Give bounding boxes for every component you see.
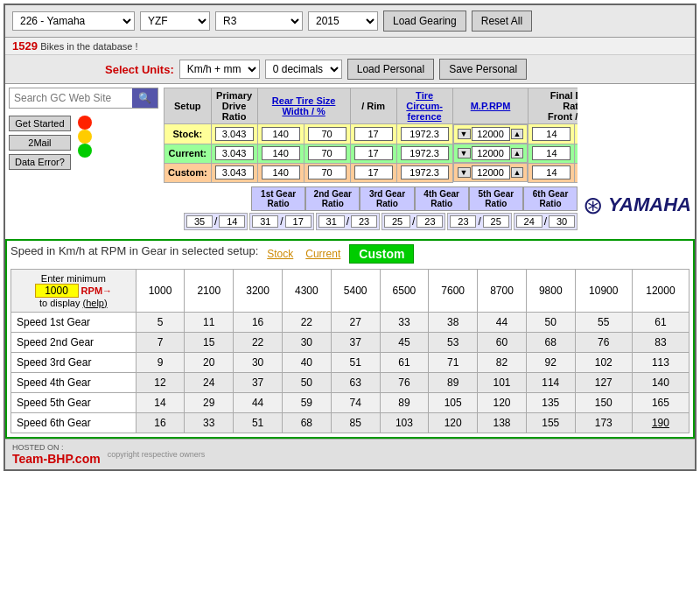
speed-row: Speed 5th Gear14294459748910512013515016… xyxy=(11,392,690,412)
help-link[interactable]: (help) xyxy=(83,298,108,308)
custom-front-input[interactable] xyxy=(532,165,570,179)
footer: HOSTED ON : Team-BHP.com copyright respe… xyxy=(5,439,695,469)
speed-cell: 83 xyxy=(632,332,689,352)
gear-5-den-input[interactable] xyxy=(483,215,509,228)
load-gearing-button[interactable]: Load Gearing xyxy=(383,11,466,32)
speed-cell: 45 xyxy=(380,332,429,352)
speed-section: Speed in Km/h at RPM in Gear in selected… xyxy=(5,239,695,439)
reset-all-button[interactable]: Reset All xyxy=(472,11,532,32)
stock-tire-width-input[interactable] xyxy=(262,127,300,141)
gear-4-num-input[interactable] xyxy=(384,215,410,228)
custom-tire-pct-input[interactable] xyxy=(308,165,346,179)
stock-mprpm-up[interactable]: ▲ xyxy=(511,129,524,140)
traffic-light-red xyxy=(78,116,92,130)
current-primary-input[interactable] xyxy=(215,146,254,160)
speed-cell: 76 xyxy=(380,372,429,392)
speed-cell: 16 xyxy=(136,412,185,433)
speed-row: Speed 2nd Gear715223037455360687683 xyxy=(11,332,690,352)
speed-cell: 150 xyxy=(575,392,632,412)
current-mprpm-up[interactable]: ▲ xyxy=(511,148,524,159)
year-select[interactable]: 2015 xyxy=(308,11,378,31)
gear-ratio-cell: / xyxy=(514,213,578,230)
speed-row: Speed 4th Gear12243750637689101114127140 xyxy=(11,372,690,392)
custom-rim-input[interactable] xyxy=(354,165,393,179)
stock-primary-input[interactable] xyxy=(215,127,254,141)
decimals-select[interactable]: 0 decimals xyxy=(265,60,342,79)
traffic-light-green xyxy=(78,144,92,158)
speed-row-label: Speed 6th Gear xyxy=(11,412,136,433)
custom-mprpm-down[interactable]: ▼ xyxy=(458,167,471,179)
gear-6-num-input[interactable] xyxy=(516,215,542,228)
gear-3-num-input[interactable] xyxy=(318,215,345,228)
current-tire-width-input[interactable] xyxy=(262,146,300,160)
gear-5-num-input[interactable] xyxy=(450,215,476,228)
load-personal-button[interactable]: Load Personal xyxy=(347,59,434,80)
speed-cell: 33 xyxy=(185,412,234,433)
search-button[interactable]: 🔍 xyxy=(132,88,158,108)
search-input[interactable] xyxy=(10,89,132,107)
data-error-button[interactable]: Data Error? xyxy=(9,154,71,170)
th-primary: Primary Drive Ratio xyxy=(211,88,257,124)
gear-ratio-cell: / xyxy=(447,213,511,230)
gear-6-den-input[interactable] xyxy=(549,215,575,228)
save-personal-button[interactable]: Save Personal xyxy=(439,59,527,80)
gear-4-den-input[interactable] xyxy=(416,215,443,228)
current-label: Current: xyxy=(164,144,212,163)
stock-circumference-input[interactable] xyxy=(401,127,449,141)
current-rim-input[interactable] xyxy=(354,146,393,160)
get-started-button[interactable]: Get Started xyxy=(9,116,71,131)
gear-2-num-input[interactable] xyxy=(252,215,278,228)
current-front-input[interactable] xyxy=(532,146,570,160)
speed-cell: 37 xyxy=(331,332,380,352)
th-tire-size: Rear Tire SizeWidth / % xyxy=(257,88,350,124)
custom-tire-width-input[interactable] xyxy=(262,165,300,179)
slash: / xyxy=(280,215,283,228)
current-tire-pct-input[interactable] xyxy=(308,146,346,160)
speed-row: Speed 1st Gear511162227333844505561 xyxy=(11,312,690,332)
speed-cell: 127 xyxy=(575,372,632,392)
speed-cell: 165 xyxy=(632,392,689,412)
current-mprpm-input[interactable] xyxy=(472,146,510,160)
speed-cell: 50 xyxy=(282,372,331,392)
speed-title: Speed in Km/h at RPM in Gear in selected… xyxy=(10,244,258,257)
bike-select[interactable]: 226 - Yamaha xyxy=(12,11,135,31)
current-link[interactable]: Current xyxy=(305,248,340,260)
custom-mprpm-input[interactable] xyxy=(472,165,510,179)
rpm-col-12000: 12000 xyxy=(632,269,689,312)
gear-3-den-input[interactable] xyxy=(351,215,377,228)
speed-cell: 101 xyxy=(478,372,527,392)
stock-tire-pct-input[interactable] xyxy=(308,127,346,141)
speed-row-label: Speed 5th Gear xyxy=(11,392,136,412)
speed-cell: 27 xyxy=(331,312,380,332)
custom-circumference-input[interactable] xyxy=(401,165,449,179)
stock-mprpm-down[interactable]: ▼ xyxy=(458,129,471,140)
speed-table: Enter minimum RPM→ to display (help) 100… xyxy=(10,269,690,433)
gear-2-den-input[interactable] xyxy=(285,215,312,228)
current-mprpm-down[interactable]: ▼ xyxy=(458,148,471,159)
speed-cell: 190 xyxy=(632,412,689,433)
speed-cell: 74 xyxy=(331,392,380,412)
mail-button[interactable]: 2Mail xyxy=(9,135,71,151)
th-final-drive: Final DriveRatioFront / Rear xyxy=(528,88,578,124)
stock-mprpm-input[interactable] xyxy=(472,127,510,141)
current-circumference-input[interactable] xyxy=(401,146,449,160)
tbhp-brand: Team-BHP.com xyxy=(12,452,101,466)
rpm-input[interactable] xyxy=(35,284,79,298)
custom-mprpm-up[interactable]: ▲ xyxy=(511,167,524,179)
custom-badge[interactable]: Custom xyxy=(349,244,414,264)
stock-front-input[interactable] xyxy=(532,127,570,141)
stock-link[interactable]: Stock xyxy=(267,248,293,260)
model-select[interactable]: YZF xyxy=(140,11,210,31)
stock-rim-input[interactable] xyxy=(354,127,393,141)
variant-select[interactable]: R3 xyxy=(215,11,303,31)
speed-cell: 155 xyxy=(526,412,575,433)
units-select[interactable]: Km/h + mm xyxy=(179,60,260,79)
gear-1-den-input[interactable] xyxy=(219,215,245,228)
speed-cell: 24 xyxy=(185,372,234,392)
speed-cell: 51 xyxy=(331,352,380,372)
custom-primary-input[interactable] xyxy=(215,165,254,179)
speed-row-label: Speed 2nd Gear xyxy=(11,332,136,352)
rpm-col-10900: 10900 xyxy=(575,269,632,312)
gear-1-num-input[interactable] xyxy=(186,215,213,228)
speed-cell: 14 xyxy=(136,392,185,412)
